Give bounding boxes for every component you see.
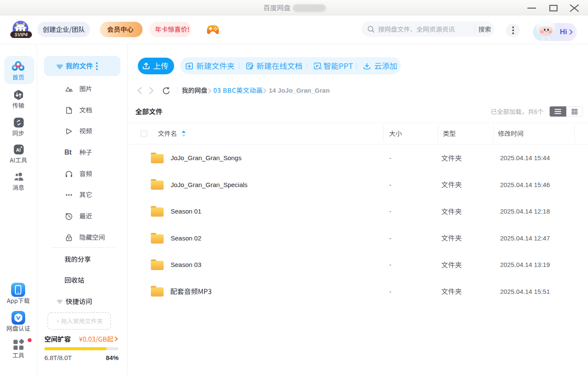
svg-text:AI: AI: [318, 66, 322, 70]
svg-text:AI: AI: [16, 147, 21, 152]
